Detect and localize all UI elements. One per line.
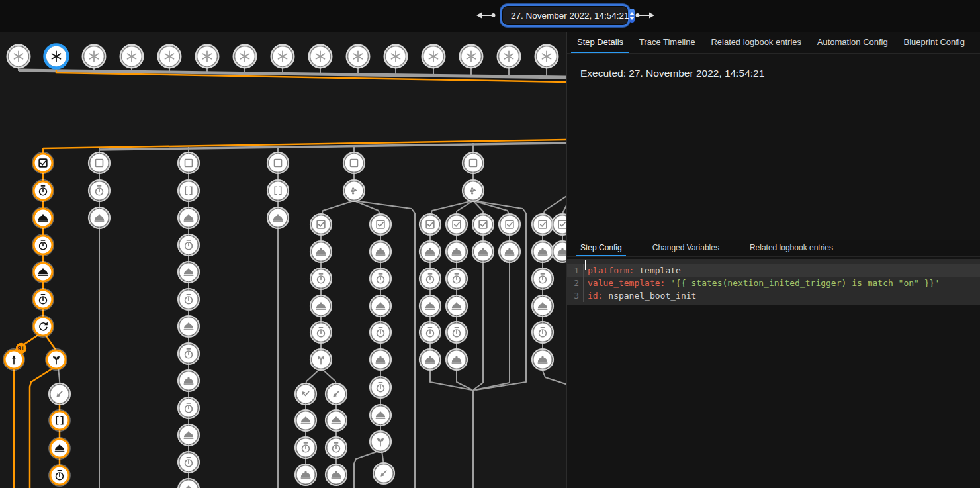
trace-node-checkbox[interactable] — [552, 214, 566, 235]
trace-node-timer[interactable] — [178, 343, 199, 364]
trace-node-checkbox[interactable] — [32, 152, 54, 173]
trace-node-asterisk[interactable] — [196, 45, 218, 68]
trace-node-dome[interactable] — [446, 241, 467, 262]
trace-node-dome[interactable] — [326, 410, 347, 431]
trace-node-asterisk[interactable] — [45, 45, 68, 68]
trace-node-dome[interactable] — [370, 241, 391, 262]
tab-trace-timeline[interactable]: Trace Timeline — [633, 32, 701, 53]
trace-node-timer[interactable] — [532, 268, 553, 289]
trace-node-dome[interactable] — [370, 295, 391, 317]
trace-node-dome[interactable] — [295, 410, 316, 431]
trace-node-dome[interactable] — [178, 370, 199, 391]
trace-node-timer[interactable] — [32, 234, 54, 256]
trace-node-decision[interactable] — [463, 180, 484, 201]
trace-select[interactable]: 27. November 2022, 14:54:21 — [503, 7, 627, 24]
trace-node-dome[interactable] — [32, 207, 54, 228]
trace-node-dome[interactable] — [178, 424, 199, 446]
trace-node-checkbox[interactable] — [310, 214, 332, 235]
trace-node-decision[interactable] — [343, 180, 365, 201]
trace-node-timer[interactable] — [178, 452, 199, 473]
trace-node-dome[interactable] — [178, 262, 199, 283]
trace-node-asterisk[interactable] — [271, 45, 294, 68]
trace-node-arrowup[interactable]: 9+ — [3, 343, 26, 370]
trace-node-checkbox[interactable] — [532, 214, 553, 235]
trace-node-dome[interactable] — [178, 207, 199, 228]
trace-node-dome[interactable] — [370, 405, 391, 426]
trace-node-dome[interactable] — [310, 241, 332, 262]
tab-blueprint-config[interactable]: Blueprint Config — [897, 32, 971, 53]
trace-node-asterisk[interactable] — [498, 45, 520, 68]
tab-related-logbook-entries[interactable]: Related logbook entries — [746, 240, 837, 256]
trace-node-checkbox[interactable] — [472, 214, 494, 235]
trace-node-dome[interactable] — [49, 438, 70, 459]
trace-node-dome[interactable] — [446, 295, 467, 317]
trace-node-square[interactable] — [178, 152, 199, 173]
trace-node-timer[interactable] — [89, 180, 110, 201]
trace-node-checkbox[interactable] — [370, 214, 391, 235]
trace-node-dome[interactable] — [89, 207, 110, 228]
trace-node-timer[interactable] — [420, 268, 441, 289]
trace-node-timer[interactable] — [178, 397, 199, 418]
trace-node-timer[interactable] — [446, 322, 467, 343]
trace-node-asterisk[interactable] — [309, 45, 332, 68]
trace-node-dome[interactable] — [446, 349, 467, 370]
older-trace-button[interactable] — [476, 11, 496, 20]
trace-node-checkbox[interactable] — [446, 214, 467, 235]
tab-step-details[interactable]: Step Details — [571, 32, 629, 53]
trace-node-dome[interactable] — [532, 349, 553, 370]
trace-node-dome[interactable] — [310, 295, 332, 317]
trace-node-dome[interactable] — [532, 295, 553, 317]
tab-changed-variables[interactable]: Changed Variables — [648, 240, 723, 256]
trace-node-dome[interactable] — [472, 241, 494, 262]
trace-node-asterisk[interactable] — [120, 45, 143, 68]
trace-node-asterisk[interactable] — [83, 45, 105, 68]
trace-node-brackets[interactable] — [178, 180, 199, 201]
trace-node-asterisk[interactable] — [460, 45, 482, 68]
trace-node-timer[interactable] — [295, 437, 316, 458]
trace-node-repeat[interactable] — [32, 316, 54, 337]
trace-node-asterisk[interactable] — [158, 45, 181, 68]
trace-node-timer[interactable] — [49, 465, 70, 486]
trace-node-timer[interactable] — [446, 268, 467, 289]
trace-node-timer[interactable] — [370, 377, 391, 398]
trace-node-dome[interactable] — [295, 464, 316, 485]
trace-node-asterisk[interactable] — [7, 45, 30, 68]
trace-node-asterisk[interactable] — [422, 45, 445, 68]
trace-node-asterisk[interactable] — [234, 45, 256, 68]
trace-node-dome[interactable] — [32, 262, 54, 283]
trace-node-dome[interactable] — [420, 349, 441, 370]
trace-node-checkbox[interactable] — [420, 214, 441, 235]
trace-node-brackets[interactable] — [267, 180, 289, 201]
trace-node-asterisk[interactable] — [384, 45, 407, 68]
trace-node-dome[interactable] — [420, 241, 441, 262]
trace-node-dome[interactable] — [420, 295, 441, 317]
tab-step-config[interactable]: Step Config — [576, 240, 626, 256]
trace-node-timer[interactable] — [532, 322, 553, 343]
trace-node-dome[interactable] — [178, 316, 199, 337]
trace-node-timer[interactable] — [326, 437, 347, 458]
trace-node-checkbox[interactable] — [499, 214, 520, 235]
trace-node-timer[interactable] — [178, 234, 199, 256]
trace-node-timer[interactable] — [370, 322, 391, 343]
trace-node-brackets[interactable] — [49, 410, 70, 431]
newer-trace-button[interactable] — [635, 11, 655, 20]
trace-node-square[interactable] — [267, 152, 289, 173]
trace-node-callsplit[interactable] — [46, 349, 67, 370]
trace-node-callsplit[interactable] — [310, 349, 332, 370]
trace-node-arrowbl[interactable] — [49, 383, 70, 405]
trace-node-callsplit[interactable] — [370, 431, 391, 452]
tab-related-logbook-entries[interactable]: Related logbook entries — [705, 32, 807, 53]
trace-node-timer[interactable] — [32, 289, 54, 310]
trace-node-timer[interactable] — [32, 180, 54, 201]
trace-node-dome[interactable] — [178, 479, 199, 488]
trace-node-dome[interactable] — [532, 241, 553, 262]
trace-node-arrowbl[interactable] — [326, 383, 347, 405]
trace-node-square[interactable] — [89, 152, 110, 173]
trace-node-dome[interactable] — [267, 207, 289, 228]
yaml-editor[interactable]: 1platform: template2value_template: '{{ … — [567, 259, 980, 305]
trace-node-timer[interactable] — [310, 268, 332, 289]
trace-node-timer[interactable] — [420, 322, 441, 343]
trace-node-asterisk[interactable] — [535, 45, 558, 68]
trace-node-arrowbl[interactable] — [373, 463, 394, 484]
trace-node-timer[interactable] — [310, 322, 332, 343]
